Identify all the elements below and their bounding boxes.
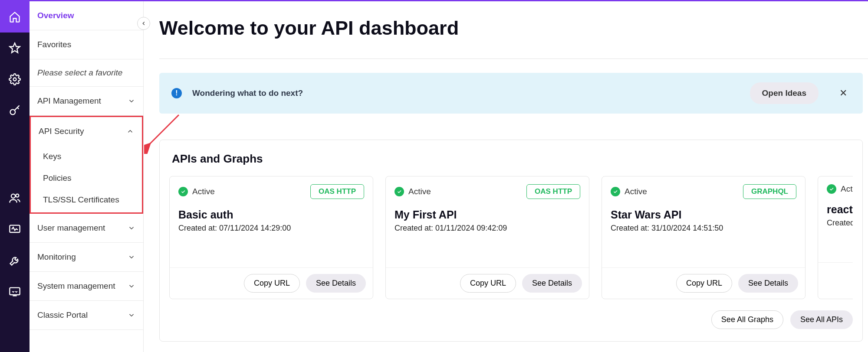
status-label: Active — [408, 187, 431, 196]
info-icon: ! — [171, 88, 182, 98]
apis-panel: APIs and Graphs Active OAS HTTP Basic au… — [159, 140, 863, 342]
sidebar-subitem-keys[interactable]: Keys — [31, 146, 142, 167]
status-badge: Active — [178, 187, 215, 196]
iconbar-portal[interactable] — [0, 276, 30, 307]
wrench-icon — [9, 254, 21, 267]
api-card-title: react-co — [827, 203, 853, 216]
sidebar-group-api-security: API Security Keys Policies TLS/SSL Certi… — [30, 116, 143, 214]
svg-point-1 — [10, 110, 16, 115]
check-icon — [827, 184, 836, 194]
sidebar-item-label: Overview — [37, 11, 74, 20]
iconbar-favorites[interactable] — [0, 33, 30, 64]
chevron-down-icon — [128, 253, 135, 261]
see-details-button[interactable]: See Details — [306, 274, 366, 293]
api-card-title: Star Wars API — [611, 209, 796, 221]
status-badge: Active — [611, 187, 647, 196]
api-card-created: Created at: — [827, 218, 853, 228]
see-all-graphs-button[interactable]: See All Graphs — [711, 310, 783, 329]
sidebar-item-label: Monitoring — [37, 252, 76, 262]
sidebar-item-label: Favorites — [37, 40, 71, 49]
api-card-title: Basic auth — [178, 209, 364, 221]
check-icon — [395, 187, 404, 196]
panel-footer: See All Graphs See All APIs — [169, 310, 853, 329]
divider — [159, 59, 868, 59]
check-icon — [611, 187, 620, 196]
chevron-down-icon — [128, 224, 135, 232]
copy-url-button[interactable]: Copy URL — [244, 274, 300, 293]
iconbar-security[interactable] — [0, 95, 30, 126]
page-title: Welcome to your API dashboard — [159, 17, 868, 39]
portal-icon — [9, 286, 21, 298]
sidebar-subitem-certs[interactable]: TLS/SSL Certificates — [31, 189, 142, 212]
api-card-created: Created at: 31/10/2024 14:51:50 — [611, 224, 796, 233]
status-label: Active — [625, 187, 647, 196]
main-area: Welcome to your API dashboard ! Wonderin… — [144, 1, 868, 352]
api-card: Active OAS HTTP My First API Created at:… — [385, 176, 589, 299]
sidebar-collapse-button[interactable] — [137, 17, 150, 30]
sidebar-item-favorites[interactable]: Favorites — [30, 30, 143, 59]
sidebar-favorites-note: Please select a favorite — [30, 59, 143, 87]
iconbar-users[interactable] — [0, 183, 30, 214]
key-icon — [9, 104, 21, 117]
check-icon — [178, 187, 188, 196]
api-type-tag: OAS HTTP — [310, 184, 364, 199]
status-label: Active — [192, 187, 215, 196]
info-banner: ! Wondering what to do next? Open Ideas … — [159, 73, 863, 114]
status-badge: Active — [827, 184, 853, 194]
see-details-button[interactable]: See Details — [522, 274, 582, 293]
api-card: Active react-co Created at: Copy URL See… — [818, 176, 853, 299]
panel-title: APIs and Graphs — [172, 152, 853, 166]
monitor-icon — [9, 223, 21, 235]
api-card-created: Created at: 01/11/2024 09:42:09 — [395, 224, 580, 233]
status-label: Active — [841, 184, 853, 194]
copy-url-button[interactable]: Copy URL — [460, 274, 516, 293]
see-details-button[interactable]: See Details — [738, 274, 798, 293]
sidebar-item-overview[interactable]: Overview — [30, 1, 143, 30]
copy-url-button[interactable]: Copy URL — [676, 274, 732, 293]
sidebar-item-api-management[interactable]: API Management — [30, 87, 143, 116]
info-banner-text: Wondering what to do next? — [192, 88, 303, 98]
sidebar-item-label: API Security — [39, 127, 84, 136]
api-type-tag: GRAPHQL — [743, 184, 796, 199]
users-icon — [9, 192, 21, 204]
sidebar: Overview Favorites Please select a favor… — [30, 1, 144, 352]
sidebar-subitem-policies[interactable]: Policies — [31, 167, 142, 189]
sidebar-item-label: Classic Portal — [37, 310, 88, 320]
sidebar-item-api-security[interactable]: API Security — [31, 117, 142, 146]
api-card-title: My First API — [395, 209, 580, 221]
api-card: Active OAS HTTP Basic auth Created at: 0… — [169, 176, 373, 299]
svg-point-3 — [16, 194, 19, 197]
chevron-down-icon — [128, 311, 135, 319]
svg-point-2 — [11, 194, 15, 198]
api-cards-row: Active OAS HTTP Basic auth Created at: 0… — [169, 176, 853, 299]
sidebar-item-monitoring[interactable]: Monitoring — [30, 243, 143, 272]
icon-rail — [0, 1, 30, 352]
api-card: Active GRAPHQL Star Wars API Created at:… — [602, 176, 806, 299]
sidebar-item-classic-portal[interactable]: Classic Portal — [30, 301, 143, 330]
iconbar-settings[interactable] — [0, 64, 30, 95]
svg-rect-5 — [10, 288, 20, 295]
sidebar-item-user-management[interactable]: User management — [30, 214, 143, 243]
iconbar-system[interactable] — [0, 245, 30, 276]
sidebar-item-label: User management — [37, 223, 105, 233]
sidebar-item-system-management[interactable]: System management — [30, 272, 143, 301]
status-badge: Active — [395, 187, 431, 196]
home-icon — [9, 11, 21, 23]
sidebar-item-label: System management — [37, 281, 115, 291]
chevron-down-icon — [128, 282, 135, 290]
iconbar-monitoring[interactable] — [0, 214, 30, 245]
star-icon — [9, 42, 21, 54]
api-card-created: Created at: 07/11/2024 14:29:00 — [178, 224, 364, 233]
see-all-apis-button[interactable]: See All APIs — [790, 310, 853, 329]
svg-point-0 — [13, 78, 16, 81]
open-ideas-button[interactable]: Open Ideas — [750, 82, 819, 104]
iconbar-home[interactable] — [0, 1, 30, 33]
svg-rect-4 — [10, 225, 20, 232]
close-banner-button[interactable]: ✕ — [836, 86, 851, 101]
chevron-up-icon — [126, 127, 134, 135]
chevron-down-icon — [128, 97, 135, 105]
sidebar-item-label: API Management — [37, 96, 101, 106]
api-type-tag: OAS HTTP — [526, 184, 580, 199]
chevron-left-icon — [141, 20, 147, 26]
gear-icon — [9, 73, 21, 85]
